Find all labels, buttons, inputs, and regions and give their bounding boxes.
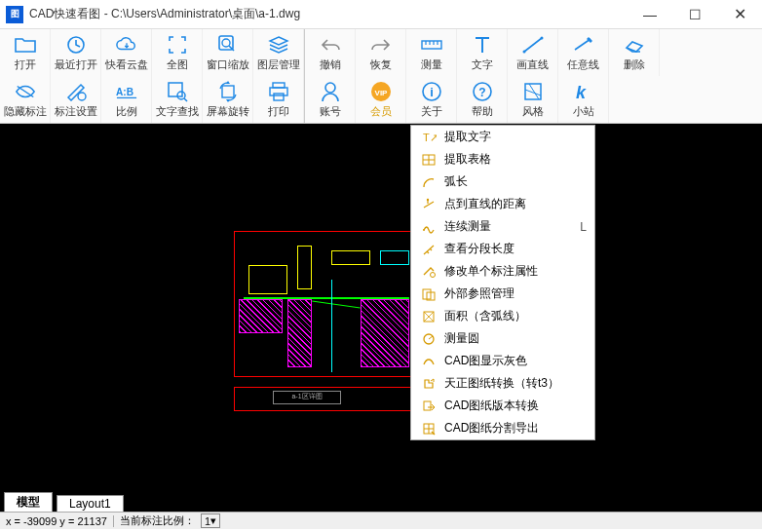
delete-button[interactable]: 删除 [609, 29, 660, 76]
open-button[interactable]: 打开 [0, 29, 51, 76]
tab-layout1[interactable]: Layout1 [57, 495, 124, 512]
svg-point-6 [78, 93, 86, 100]
minimize-button[interactable]: — [628, 0, 672, 29]
menu-item[interactable]: 外部参照管理 [411, 283, 594, 305]
zoomwin-icon [217, 34, 239, 56]
ribbon-label: 文字查找 [156, 104, 199, 119]
svg-rect-32 [424, 401, 431, 410]
full-button[interactable]: 全图 [152, 29, 203, 76]
ribbon-label: 恢复 [370, 57, 392, 72]
menu-item[interactable]: 提取表格 [411, 148, 594, 171]
print-button[interactable]: 打印 [253, 76, 304, 123]
menu-item-icon [419, 264, 438, 280]
menu-item-label: CAD图显示灰色 [444, 353, 587, 369]
ribbon-label: 删除 [624, 57, 645, 72]
svg-text:A:B: A:B [116, 86, 133, 96]
svg-text:T↗: T↗ [423, 132, 437, 143]
ribbon-label: 帮助 [472, 104, 493, 119]
drawing-canvas[interactable]: a-1区详图 [0, 124, 762, 490]
menu-item[interactable]: CAD图显示灰色 [411, 350, 594, 372]
menu-item-icon [419, 286, 438, 302]
menu-item-icon [419, 354, 438, 369]
help-icon: ? [472, 81, 493, 102]
ribbon-label: 画直线 [516, 57, 549, 72]
annset-button[interactable]: 标注设置 [51, 76, 101, 123]
hideann-icon [15, 81, 36, 102]
freeline-button[interactable]: 任意线 [558, 29, 609, 76]
menu-item[interactable]: 连续测量L [411, 215, 594, 238]
menu-item[interactable]: CAD图纸版本转换 [411, 395, 594, 417]
svg-point-27 [430, 272, 435, 277]
ribbon-label: 最近打开 [55, 57, 97, 72]
recent-icon [65, 34, 87, 56]
menu-item-icon: T↗ [419, 130, 438, 145]
menu-item[interactable]: 天正图纸转换（转t3） [411, 372, 594, 395]
menu-item[interactable]: 弧长 [411, 171, 594, 193]
vip-button[interactable]: VIP会员 [356, 76, 406, 123]
svg-rect-11 [273, 83, 285, 88]
title-bar: 图 CAD快速看图 - C:\Users\Administrator\桌面\a-… [0, 0, 762, 29]
svg-rect-13 [274, 94, 284, 100]
menu-item-label: 提取文字 [444, 129, 587, 145]
svg-text:VIP: VIP [374, 89, 388, 97]
recent-button[interactable]: 最近打开 [51, 29, 101, 76]
layers-button[interactable]: 图层管理 [253, 29, 304, 76]
menu-item-label: 连续测量 [444, 218, 580, 235]
kstation-button[interactable]: k小站 [558, 76, 609, 123]
account-button[interactable]: 账号 [305, 76, 356, 123]
menu-item[interactable]: CAD图纸分割导出 [411, 417, 594, 439]
menu-item-icon [419, 421, 438, 437]
style-button[interactable]: 风格 [508, 76, 558, 123]
vip-icon: VIP [370, 81, 392, 102]
scale-label: 当前标注比例： [114, 513, 201, 528]
cloud-button[interactable]: 快看云盘 [101, 29, 152, 76]
ribbon-label: 打开 [15, 57, 36, 72]
ribbon-label: 隐藏标注 [4, 104, 47, 119]
rotate-button[interactable]: 屏幕旋转 [203, 76, 253, 123]
annset-icon [65, 81, 87, 102]
zoomwin-button[interactable]: 窗口缩放 [203, 29, 253, 76]
menu-item[interactable]: 点到直线的距离 [411, 193, 594, 215]
full-icon [167, 34, 188, 56]
tab-model[interactable]: 模型 [4, 492, 53, 512]
redo-icon [370, 34, 392, 56]
ribbon-label: 关于 [421, 104, 442, 119]
help-button[interactable]: ?帮助 [457, 76, 508, 123]
undo-button[interactable]: 撤销 [305, 29, 356, 76]
menu-item[interactable]: T↗提取文字 [411, 126, 594, 148]
svg-text:k: k [576, 83, 587, 101]
menu-item[interactable]: 面积（含弧线） [411, 305, 594, 327]
ribbon-label: 打印 [268, 104, 289, 119]
about-button[interactable]: i关于 [406, 76, 457, 123]
menu-item-shortcut: L [580, 220, 587, 234]
ribbon-label: 账号 [320, 104, 341, 119]
measure-icon [421, 34, 442, 56]
close-button[interactable]: ✕ [717, 0, 762, 29]
rotate-icon [217, 81, 239, 102]
redo-button[interactable]: 恢复 [356, 29, 406, 76]
ribbon-label: 窗口缩放 [207, 57, 249, 72]
measure-button[interactable]: 测量 [406, 29, 457, 76]
menu-item-label: 天正图纸转换（转t3） [444, 375, 587, 392]
menu-item-icon [419, 219, 438, 235]
menu-item[interactable]: 修改单个标注属性 [411, 260, 594, 283]
svg-point-26 [423, 229, 425, 231]
line-button[interactable]: 画直线 [508, 29, 558, 76]
ribbon-label: 测量 [421, 57, 442, 72]
open-icon [15, 34, 36, 56]
findtext-button[interactable]: 文字查找 [152, 76, 203, 123]
menu-item[interactable]: 查看分段长度 [411, 238, 594, 260]
svg-point-5 [540, 36, 543, 39]
menu-item-label: CAD图纸分割导出 [444, 420, 587, 437]
hideann-button[interactable]: 隐藏标注 [0, 76, 51, 123]
scale-select[interactable]: 1 ▾ [201, 513, 220, 528]
freeline-icon [573, 34, 594, 56]
scale-button[interactable]: A:B比例 [101, 76, 152, 123]
svg-rect-3 [422, 41, 441, 49]
menu-item-icon [419, 242, 438, 257]
text-button[interactable]: 文字 [457, 29, 508, 76]
ribbon-label: 小站 [573, 104, 594, 119]
maximize-button[interactable]: ☐ [672, 0, 717, 29]
line-icon [522, 34, 544, 56]
menu-item[interactable]: 测量圆 [411, 327, 594, 350]
